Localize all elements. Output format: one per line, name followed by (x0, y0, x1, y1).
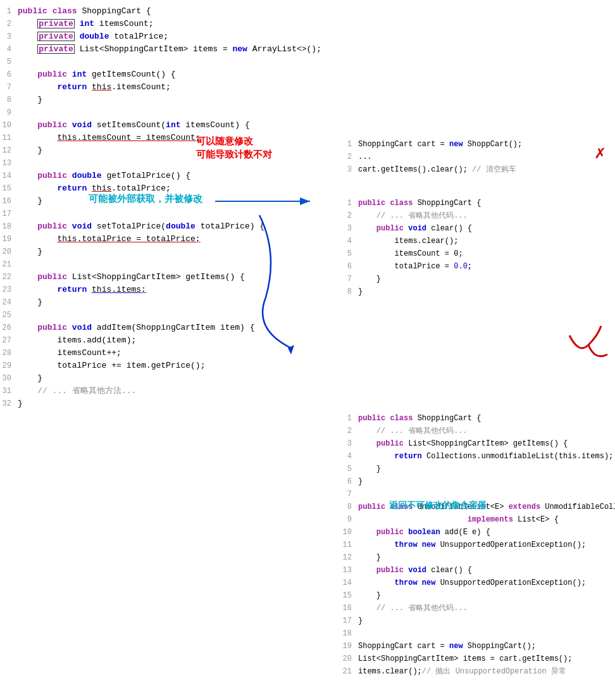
code-line: 6 public int getItemsCount() { (0, 68, 335, 81)
code-line: 5 itemsCount = 0; (340, 247, 593, 260)
code-line: 7 } (340, 273, 593, 285)
code-line: 2 // ... 省略其他代码... (340, 425, 615, 437)
code-line: 6 totalPrice = 0.0; (340, 260, 593, 273)
code-line: 20 } (0, 246, 335, 258)
code-line: 24 } (0, 296, 335, 309)
code-line: 4 items.clear(); (340, 235, 593, 247)
code-line: 2 // ... 省略其他代码... (340, 209, 593, 222)
code-line: 3cart.getItems().clear(); // 清空购车 (340, 163, 593, 176)
code-line: 10 public boolean add(E e) { (340, 526, 615, 539)
code-line: 11 throw new UnsupportedOperationExcepti… (340, 539, 615, 551)
code-line: 14 public double getTotalPrice() { (0, 170, 335, 182)
mid-right-panel: 1public class ShoppingCart {2 // ... 省略其… (340, 193, 593, 302)
code-line: 1public class ShoppingCart { (340, 412, 615, 425)
code-line: 1public class ShoppingCart { (340, 197, 593, 209)
top-right-panel: 1ShoppingCart cart = new ShoppCart();2..… (340, 134, 593, 180)
code-line: 12 } (0, 144, 335, 157)
code-line: 1ShoppingCart cart = new ShoppCart(); (340, 138, 593, 151)
code-line: 5 } (340, 463, 615, 475)
annotation-can-modify: 可以随意修改 可能导致计数不对 (196, 134, 272, 161)
code-line: 10 public void setItemsCount(int itemsCo… (0, 119, 335, 132)
code-line: 11 this.itemsCount = itemsCount; (0, 132, 335, 144)
code-line: 21 (0, 258, 335, 271)
code-line: 2... (340, 151, 593, 163)
code-line: 28 itemsCount++; (0, 347, 335, 359)
bottom-annotation: 返回不可修改的集合容器 (389, 500, 487, 511)
code-line: 13 (0, 157, 335, 170)
code-line: 20List<ShoppingCartItem> items = cart.ge… (340, 653, 615, 665)
code-line: 14 throw new UnsupportedOperationExcepti… (340, 577, 615, 589)
code-line: 22 public List<ShoppingCartItem> getItem… (0, 271, 335, 284)
code-line: 18 public void setTotalPrice(double tota… (0, 220, 335, 233)
code-line: 23 return this.items; (0, 284, 335, 296)
code-line: 7 return this.itemsCount; (0, 81, 335, 94)
code-line: 4 return Collections.unmodifiableList(th… (340, 450, 615, 463)
code-line: 30 } (0, 372, 335, 385)
code-line: 17 (0, 208, 335, 220)
code-line: 29 totalPrice += item.getPrice(); (0, 359, 335, 372)
code-line: 3 public void clear() { (340, 222, 593, 235)
main-code-panel: 1public class ShoppingCart {2 private in… (0, 0, 335, 415)
code-line: 4 private List<ShoppingCartItem> items =… (0, 43, 335, 56)
annotation-external: 可能被外部获取，并被修改 (89, 193, 202, 205)
code-line: 18 (340, 627, 615, 640)
code-line: 9 (0, 106, 335, 119)
code-line: 21items.clear();// 抛出 UnsupportedOperati… (340, 665, 615, 678)
code-line: 17} (340, 615, 615, 627)
code-line: 19ShoppingCart cart = new ShoppingCart()… (340, 640, 615, 653)
code-line: 13 public void clear() { (340, 564, 615, 577)
code-line: 1public class ShoppingCart { (0, 5, 335, 18)
code-line: 2 private int itemsCount; (0, 18, 335, 30)
code-line: 8} (340, 285, 593, 298)
code-line: 3 private double totalPrice; (0, 30, 335, 43)
code-line: 5 (0, 56, 335, 68)
code-line: 9 implements List<E> { (340, 513, 615, 526)
code-line: 32} (0, 397, 335, 410)
code-line: 31 // ... 省略其他方法... (0, 385, 335, 397)
code-line: 6} (340, 475, 615, 488)
code-line: 12 } (340, 551, 615, 564)
code-line: 16 // ... 省略其他代码... (340, 602, 615, 615)
code-line: 27 items.add(item); (0, 334, 335, 347)
code-line: 3 public List<ShoppingCartItem> getItems… (340, 437, 615, 450)
code-line: 15 } (340, 589, 615, 602)
code-line: 8 } (0, 94, 335, 106)
code-line: 26 public void addItem(ShoppingCartItem … (0, 322, 335, 334)
code-line: 19 this.totalPrice = totalPrice; (0, 233, 335, 246)
svg-text:✗: ✗ (595, 144, 606, 163)
code-line: 25 (0, 309, 335, 322)
code-line: 7 (340, 488, 615, 501)
bottom-right-panel: 1public class ShoppingCart {2 // ... 省略其… (340, 408, 615, 682)
